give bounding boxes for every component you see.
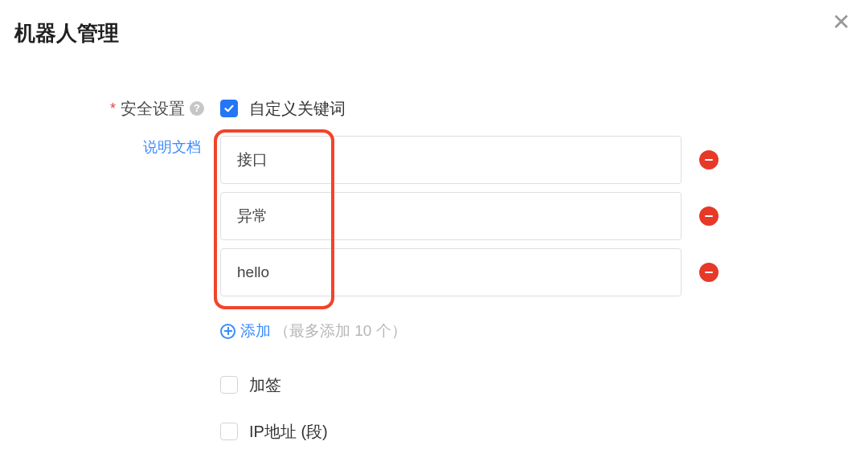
documentation-link[interactable]: 说明文档: [0, 137, 201, 157]
keyword-input[interactable]: [220, 248, 682, 296]
signing-label: 加签: [249, 374, 281, 396]
ip-range-option[interactable]: IP地址 (段): [220, 420, 772, 443]
add-keyword-row: 添加 （最多添加 10 个）: [220, 321, 772, 341]
signing-option[interactable]: 加签: [220, 374, 772, 396]
remove-keyword-button[interactable]: [699, 206, 719, 226]
keyword-input[interactable]: [220, 136, 682, 184]
custom-keywords-label: 自定义关键词: [249, 98, 346, 120]
close-icon[interactable]: ✕: [832, 11, 850, 34]
other-security-options: 加签 IP地址 (段): [220, 374, 772, 443]
add-keyword-button[interactable]: 添加: [220, 321, 271, 341]
form-fields-column: 自定义关键词: [220, 97, 868, 467]
add-keyword-label: 添加: [240, 321, 271, 341]
form-label-column: * 安全设置 ? 说明文档: [0, 97, 220, 467]
keyword-row: [220, 192, 719, 240]
ip-range-checkbox[interactable]: [220, 423, 238, 440]
required-mark: *: [110, 97, 116, 120]
minus-icon: [705, 215, 713, 218]
keyword-input[interactable]: [220, 192, 682, 240]
minus-icon: [705, 272, 713, 274]
dialog-title: 机器人管理: [14, 19, 854, 47]
dialog-header: 机器人管理: [0, 0, 868, 57]
check-icon: [223, 103, 235, 114]
keyword-row: [220, 136, 719, 184]
custom-keywords-checkbox[interactable]: [220, 100, 238, 117]
keyword-row: [220, 248, 719, 296]
dialog-body: * 安全设置 ? 说明文档 自定义关键词: [0, 57, 868, 467]
plus-circle-icon: [220, 324, 235, 339]
custom-keywords-option[interactable]: 自定义关键词: [220, 97, 772, 120]
signing-checkbox[interactable]: [220, 376, 238, 394]
add-keyword-hint: （最多添加 10 个）: [274, 321, 407, 341]
remove-keyword-button[interactable]: [699, 263, 719, 282]
help-icon[interactable]: ?: [190, 101, 204, 116]
remove-keyword-button[interactable]: [699, 150, 719, 170]
keyword-list: [220, 136, 719, 296]
security-settings-label: * 安全设置 ?: [110, 97, 204, 120]
security-settings-text: 安全设置: [121, 97, 185, 120]
minus-icon: [705, 159, 713, 161]
ip-range-label: IP地址 (段): [249, 421, 328, 443]
